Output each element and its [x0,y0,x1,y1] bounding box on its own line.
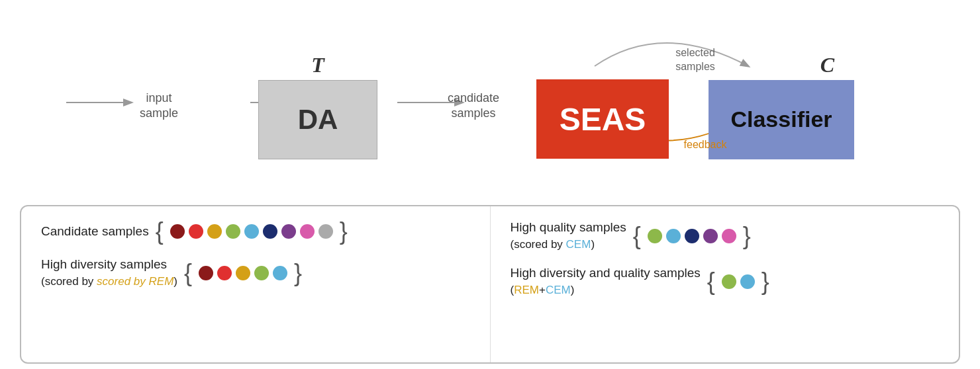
dot4-skyblue [740,274,755,289]
top-flow: input sample T DA candidate samples [0,13,980,198]
dot-skyblue [244,224,259,239]
dot4-olive [722,274,736,289]
dot-navy [263,224,277,239]
candidate-samples-label: Candidate samples [41,224,149,240]
selected-samples-label: selected samples [629,46,761,74]
dot2-red [217,266,232,280]
da-box-wrapper: T DA [258,53,377,159]
feedback-label: feedback [656,139,755,151]
high-diversity-row: High diversity samples (scored by scored… [41,257,470,289]
dot3-purple [703,229,718,243]
flow-inner: input sample T DA candidate samples [126,53,854,159]
dot-gold [207,224,222,239]
high-quality-row: High quality samples (scored by CEM) { } [511,220,940,252]
dot2-gold [236,266,250,280]
dot-olive [226,224,240,239]
input-sample-label: input sample [126,91,192,122]
c-label: C [820,53,834,77]
diagram-container: input sample T DA candidate samples [0,0,980,369]
dot3-pink [722,229,736,243]
high-div-quality-row: High diversity and quality samples (REM+… [511,265,940,298]
quality-dots [648,229,736,243]
high-quality-label: High quality samples (scored by CEM) [511,220,626,252]
dot-purple [281,224,296,239]
bottom-section: Candidate samples { } High [20,205,960,364]
dot2-skyblue [273,266,287,280]
dot-red [189,224,203,239]
dot-pink [300,224,315,239]
candidate-dots [170,224,333,239]
high-diversity-label: High diversity samples (scored by scored… [41,257,177,289]
candidate-label: candidate samples [437,91,510,122]
bottom-right: High quality samples (scored by CEM) { }… [491,206,959,362]
high-div-quality-label: High diversity and quality samples (REM+… [511,265,701,298]
seas-box: SEAS [536,79,669,159]
candidate-samples-row: Candidate samples { } [41,220,470,243]
dot-gray [318,224,333,239]
t-label: T [311,53,324,77]
dot3-navy [685,229,699,243]
div-quality-dots [722,274,755,289]
da-box: DA [258,80,377,159]
dot-darkred [170,224,185,239]
dot3-skyblue [666,229,681,243]
bottom-left: Candidate samples { } High [21,206,491,362]
dot3-olive [648,229,662,243]
dot2-darkred [199,266,213,280]
dot2-olive [254,266,269,280]
diversity-dots [199,266,287,280]
